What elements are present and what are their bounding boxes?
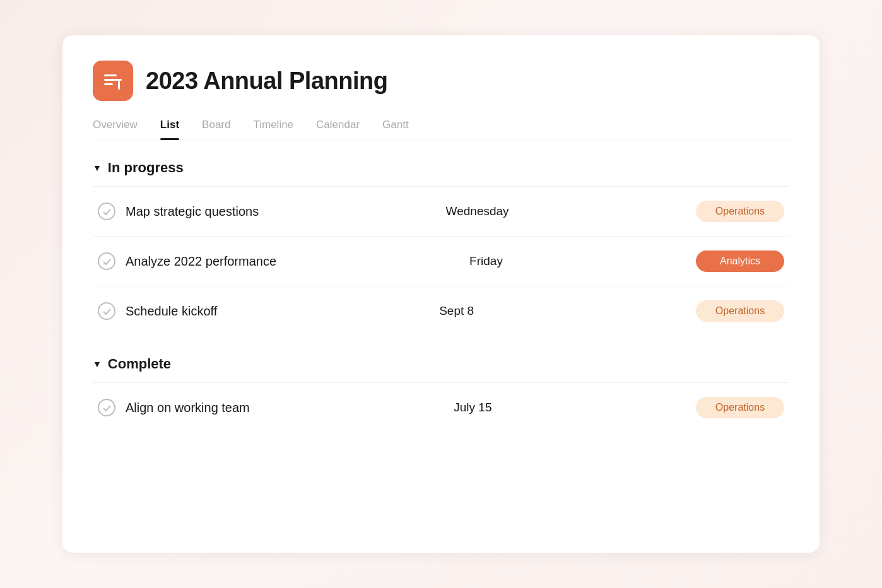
project-title: 2023 Annual Planning (146, 68, 387, 95)
table-row: Analyze 2022 performance Friday Analytic… (93, 236, 789, 286)
svg-rect-0 (104, 74, 117, 76)
tab-board[interactable]: Board (202, 119, 230, 139)
main-card: 2023 Annual Planning Overview List Board… (62, 35, 820, 553)
task-name: Analyze 2022 performance (126, 254, 276, 269)
task-name: Align on working team (126, 401, 250, 415)
chevron-down-icon: ▼ (93, 163, 102, 173)
task-checkbox[interactable] (98, 399, 115, 416)
tab-list[interactable]: List (160, 119, 179, 139)
complete-title: Complete (108, 356, 171, 372)
task-tag: Operations (696, 300, 784, 322)
complete-task-list: Align on working team July 15 Operations (93, 382, 789, 432)
chevron-down-icon: ▼ (93, 359, 102, 369)
task-date: July 15 (428, 401, 517, 415)
project-header: 2023 Annual Planning (93, 61, 789, 101)
task-tag: Operations (696, 201, 784, 222)
task-name: Map strategic questions (126, 204, 259, 219)
project-icon (93, 61, 133, 101)
table-row: Schedule kickoff Sept 8 Operations (93, 286, 789, 336)
table-row: Align on working team July 15 Operations (93, 382, 789, 432)
in-progress-task-list: Map strategic questions Wednesday Operat… (93, 186, 789, 336)
task-date: Wednesday (433, 204, 522, 218)
tab-overview[interactable]: Overview (93, 119, 138, 139)
table-row: Map strategic questions Wednesday Operat… (93, 186, 789, 236)
task-tag: Operations (696, 397, 784, 418)
task-date: Friday (442, 254, 531, 268)
tab-calendar[interactable]: Calendar (316, 119, 360, 139)
task-checkbox[interactable] (98, 203, 115, 220)
task-name: Schedule kickoff (126, 304, 217, 319)
in-progress-title: In progress (108, 160, 184, 176)
task-tag: Analytics (696, 250, 784, 272)
tab-timeline[interactable]: Timeline (253, 119, 293, 139)
task-date: Sept 8 (413, 304, 501, 318)
task-checkbox[interactable] (98, 252, 115, 270)
svg-rect-3 (118, 81, 120, 90)
in-progress-section-header: ▼ In progress (93, 139, 789, 186)
tab-bar: Overview List Board Timeline Calendar Ga… (93, 119, 789, 139)
tab-gantt[interactable]: Gantt (382, 119, 409, 139)
task-checkbox[interactable] (98, 302, 115, 320)
svg-rect-2 (104, 83, 113, 85)
svg-rect-1 (104, 79, 122, 81)
complete-section-header: ▼ Complete (93, 336, 789, 382)
